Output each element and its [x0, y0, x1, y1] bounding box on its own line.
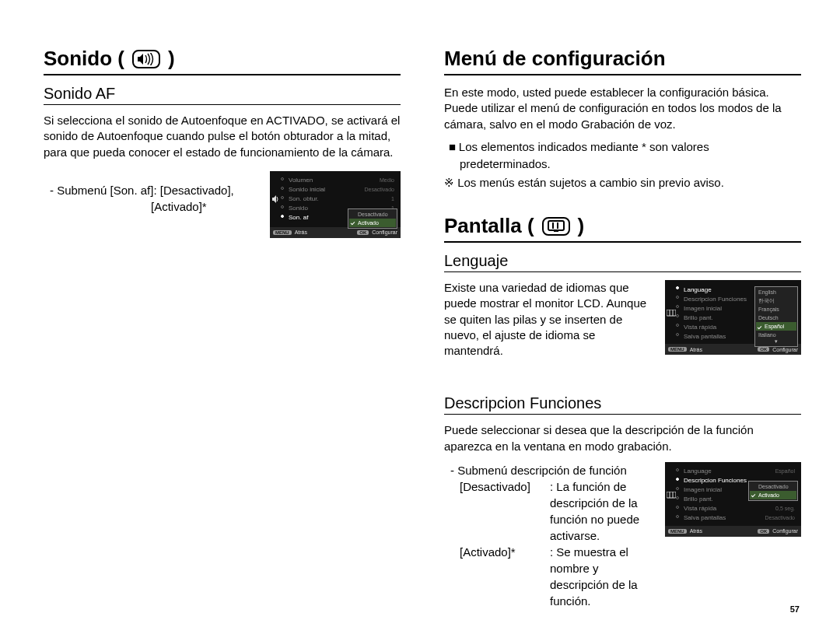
bullet-defaults: ■ Los elementos indicados mediante * son… [444, 138, 801, 172]
title-text: Sonido ( [44, 47, 124, 71]
lcd-popup-descfunc: Desactivado Activado [748, 481, 798, 501]
subsection-lenguaje: Lenguaje [444, 252, 801, 272]
section-title-pantalla: Pantalla ( ) [444, 214, 801, 243]
lcd-footer: MENU Atrás OK Configurar [665, 526, 801, 537]
descfunc-submenu: - Submenú descripción de función [Desact… [444, 462, 651, 609]
note-change: ※ Los menús están sujetos a cambio sin p… [444, 175, 801, 191]
submenu-text: - Submenú [Son. af]: [Desactivado], [Act… [44, 182, 256, 215]
speaker-icon [132, 50, 160, 68]
display-icon [667, 310, 676, 319]
section-title-sonido: Sonido ( ) [44, 47, 401, 75]
descfunc-paragraph: Puede seleccionar si desea que la descri… [444, 422, 801, 454]
lcd-footer: MENU Atrás OK Configurar [270, 227, 401, 238]
camera-lcd-descfunc: LanguageEspañol Descripcion Funciones Im… [665, 462, 801, 537]
svg-rect-4 [667, 310, 676, 316]
subsection-descfunc: Descripcion Funciones [444, 394, 801, 415]
lenguaje-paragraph: Existe una variedad de idiomas que puede… [444, 280, 651, 359]
lcd-popup: Desactivado Activado [348, 208, 397, 229]
camera-lcd-sonaf: VolumenMedio Sonido inicialDesactivado S… [270, 171, 401, 238]
lcd-popup-lang: English 한국어 Français Deutsch Español Ita… [754, 286, 798, 347]
svg-rect-3 [554, 230, 558, 232]
page-number: 57 [790, 604, 800, 614]
section-title-menu-config: Menú de configuración [444, 47, 801, 75]
display-icon [667, 492, 676, 501]
sonido-af-paragraph: Si selecciona el sonido de Autoenfoque e… [44, 113, 401, 160]
display-icon [542, 217, 570, 236]
camera-lcd-language: Language Descripcion Funciones Imagen in… [665, 280, 801, 355]
subsection-sonido-af: Sonido AF [44, 85, 401, 105]
title-close: ) [168, 47, 175, 71]
svg-rect-7 [667, 492, 676, 498]
speaker-icon [271, 194, 281, 204]
svg-rect-0 [548, 221, 564, 230]
chevron-down-icon: ▾ [756, 339, 796, 345]
config-paragraph: En este modo, usted puede establecer la … [444, 85, 801, 132]
